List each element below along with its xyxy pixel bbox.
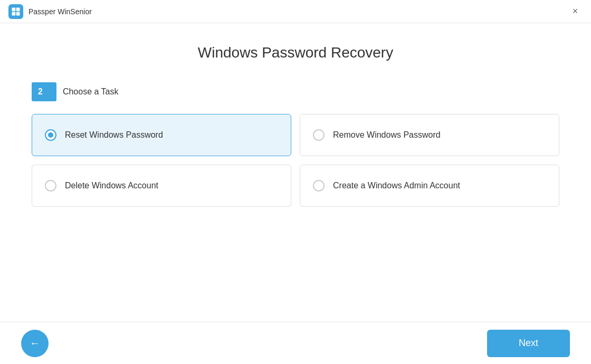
radio-remove: [313, 129, 325, 141]
radio-reset-inner: [48, 132, 53, 138]
option-delete[interactable]: Delete Windows Account: [32, 165, 291, 207]
footer: ← Next: [0, 322, 591, 364]
page-title: Windows Password Recovery: [32, 44, 559, 61]
radio-delete: [45, 180, 56, 191]
option-create[interactable]: Create a Windows Admin Account: [300, 165, 559, 207]
title-bar-left: Passper WinSenior: [8, 4, 92, 19]
app-icon: [8, 4, 23, 19]
step-badge: 2: [32, 82, 56, 101]
step-label: Choose a Task: [63, 87, 119, 97]
svg-rect-3: [16, 12, 20, 15]
app-title: Passper WinSenior: [28, 7, 92, 16]
step-number: 2: [32, 87, 49, 97]
close-button[interactable]: ×: [568, 4, 583, 19]
option-remove-label: Remove Windows Password: [333, 130, 441, 140]
step-row: 2 Choose a Task: [32, 82, 559, 101]
svg-rect-2: [12, 12, 16, 15]
option-remove[interactable]: Remove Windows Password: [300, 114, 559, 156]
option-create-label: Create a Windows Admin Account: [333, 181, 460, 190]
step-arrow: [49, 82, 56, 101]
svg-rect-1: [16, 7, 20, 11]
app-icon-svg: [11, 7, 21, 16]
option-delete-label: Delete Windows Account: [65, 181, 158, 190]
back-button[interactable]: ←: [21, 330, 49, 357]
radio-reset: [45, 129, 56, 141]
svg-rect-0: [12, 7, 16, 11]
main-content: Windows Password Recovery 2 Choose a Tas…: [0, 23, 591, 322]
radio-create: [313, 180, 325, 191]
title-bar: Passper WinSenior ×: [0, 0, 591, 23]
options-grid: Reset Windows Password Remove Windows Pa…: [32, 114, 559, 207]
option-reset-label: Reset Windows Password: [65, 130, 163, 140]
option-reset[interactable]: Reset Windows Password: [32, 114, 291, 156]
next-button[interactable]: Next: [487, 330, 570, 357]
